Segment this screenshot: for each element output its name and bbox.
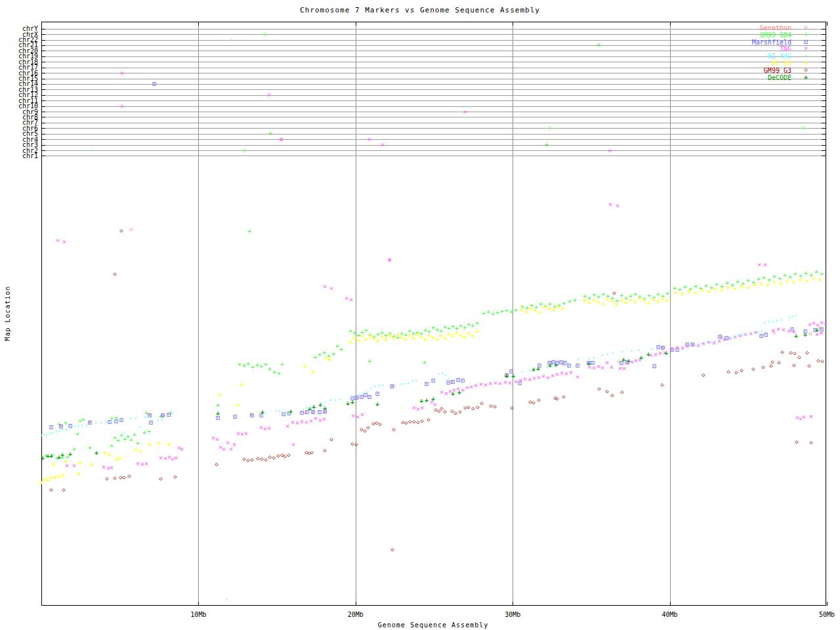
scatter-point: × xyxy=(616,202,620,209)
scatter-point: × xyxy=(360,411,365,418)
scatter-point: ⊡ xyxy=(375,390,379,397)
scatter-point: × xyxy=(771,327,776,334)
scatter-point: ∗ xyxy=(700,286,704,294)
axis-tick-left xyxy=(41,145,45,146)
chromosome-gridline xyxy=(41,145,826,146)
chromosome-hit-point: ▴ xyxy=(230,37,232,42)
scatter-point: × xyxy=(322,415,327,423)
axis-tick-left xyxy=(41,29,45,30)
scatter-point: + xyxy=(511,373,515,379)
chromosome-gridline xyxy=(41,106,826,107)
chromosome-gridline xyxy=(41,150,826,151)
legend-label: TNG xyxy=(686,45,791,52)
scatter-point: × xyxy=(518,377,523,384)
chromosome-gridline xyxy=(41,89,826,90)
scatter-point: × xyxy=(608,201,613,208)
scatter-point: ⊡ xyxy=(318,409,322,415)
scatter-point: × xyxy=(532,375,537,382)
scatter-point: ◇ xyxy=(789,350,792,356)
scatter-point: × xyxy=(569,369,574,376)
scatter-point: × xyxy=(809,413,814,420)
x-tickmark-bottom xyxy=(513,602,513,606)
scatter-point: ∗ xyxy=(805,277,809,285)
scatter-point: ∗ xyxy=(719,286,724,294)
scatter-point: ∗ xyxy=(759,280,763,287)
scatter-point: ∗ xyxy=(117,454,122,462)
axis-tick-left xyxy=(41,40,45,41)
scatter-point: ∗ xyxy=(310,368,315,376)
scatter-point: + xyxy=(88,445,92,452)
scatter-point: ◇ xyxy=(412,419,415,425)
scatter-point: ▴ xyxy=(104,420,107,425)
scatter-point: ◇ xyxy=(734,369,738,375)
scatter-point: + xyxy=(261,409,264,415)
scatter-point: ▴ xyxy=(94,421,97,425)
scatter-point: ∗ xyxy=(217,391,222,399)
scatter-point: ◇ xyxy=(751,366,755,372)
scatter-point: ∗ xyxy=(474,327,479,335)
x-axis-label: Genome Sequence Assembly xyxy=(0,621,840,629)
scatter-point: ◇ xyxy=(780,349,784,355)
axis-tick-right xyxy=(822,84,826,85)
scatter-point: ▴ xyxy=(745,331,747,336)
scatter-point: + xyxy=(425,397,429,404)
scatter-point: ▴ xyxy=(650,346,653,351)
scatter-point: + xyxy=(431,396,435,402)
scatter-point: + xyxy=(60,452,64,458)
scatter-point: × xyxy=(300,418,304,425)
scatter-point: ◇ xyxy=(489,403,492,409)
scatter-point: ▴ xyxy=(399,382,402,387)
scatter-point: ∗ xyxy=(239,381,243,388)
scatter-point: + xyxy=(346,400,350,407)
scatter-point: + xyxy=(495,310,499,316)
scatter-point: + xyxy=(49,453,53,459)
scatter-point: ⊡ xyxy=(368,394,371,400)
axis-tick-right xyxy=(822,73,826,74)
chromosome-label: chr1 xyxy=(0,153,38,159)
scatter-point: ◇ xyxy=(458,409,461,415)
axis-tick-right xyxy=(822,134,826,135)
scatter-point: + xyxy=(339,346,343,353)
scatter-point: ∗ xyxy=(772,278,776,286)
legend-label: WI YAC xyxy=(686,52,791,60)
scatter-point: × xyxy=(345,295,349,302)
x-tickmark-bottom xyxy=(670,602,671,606)
scatter-point: ∗ xyxy=(818,276,822,284)
scatter-point: + xyxy=(514,307,518,314)
axis-tick-left xyxy=(41,117,45,117)
chromosome-hit-point: + xyxy=(268,131,272,137)
scatter-point: ∗ xyxy=(107,451,112,459)
scatter-point: × xyxy=(498,380,503,387)
scatter-point: ▴ xyxy=(51,430,54,435)
scatter-point: ∗ xyxy=(798,276,803,284)
scatter-point: ◇ xyxy=(113,271,116,277)
scatter-point: ◇ xyxy=(620,389,623,395)
scatter-point: ◇ xyxy=(702,372,705,378)
axis-tick-left xyxy=(41,139,45,140)
chromosome-hit-point: + xyxy=(597,42,600,49)
axis-tick-right xyxy=(822,128,826,129)
scatter-point: + xyxy=(451,390,455,397)
scatter-point: ◇ xyxy=(427,417,430,423)
scatter-point: × xyxy=(776,326,781,333)
scatter-point: ◇ xyxy=(510,405,513,411)
scatter-point: ▴ xyxy=(440,371,443,375)
scatter-point: + xyxy=(419,398,423,404)
scatter-point: ⊡ xyxy=(233,413,237,420)
scatter-point: + xyxy=(318,402,322,408)
scatter-point: + xyxy=(423,360,427,366)
scatter-point: ◇ xyxy=(392,427,395,432)
scatter-point: ◇ xyxy=(761,364,765,370)
scatter-point: × xyxy=(802,413,807,421)
scatter-point: ◇ xyxy=(476,404,479,410)
scatter-point: + xyxy=(536,366,540,372)
scatter-point: ⊡ xyxy=(461,377,465,384)
scatter-point: + xyxy=(142,430,146,436)
scatter-point: ◇ xyxy=(62,487,65,493)
axis-tick-left xyxy=(41,95,45,96)
scatter-point: ▴ xyxy=(54,429,57,434)
scatter-point: ◇ xyxy=(250,457,253,463)
chromosome-gridline xyxy=(41,112,826,112)
scatter-point: ∗ xyxy=(686,287,691,295)
scatter-point: + xyxy=(587,360,591,367)
